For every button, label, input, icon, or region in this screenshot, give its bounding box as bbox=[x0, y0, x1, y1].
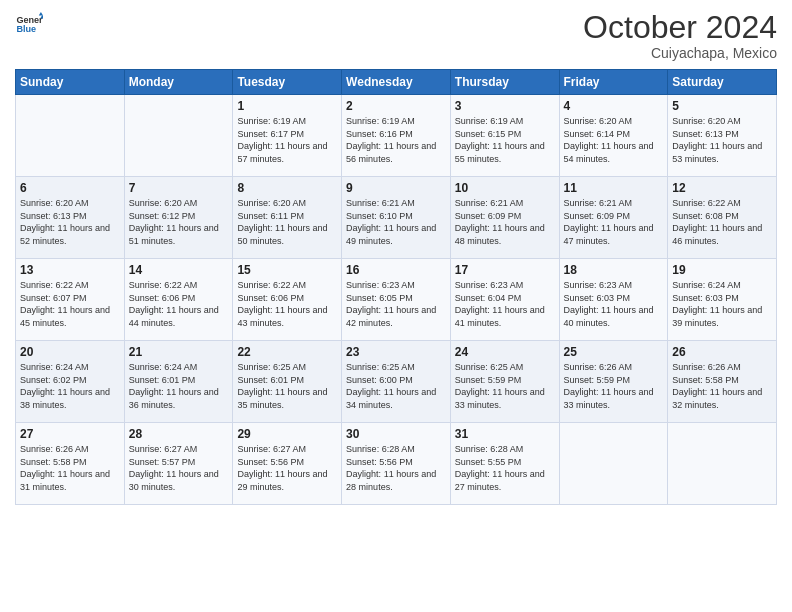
calendar-cell: 15 Sunrise: 6:22 AMSunset: 6:06 PMDaylig… bbox=[233, 259, 342, 341]
day-info: Sunrise: 6:23 AMSunset: 6:04 PMDaylight:… bbox=[455, 280, 545, 328]
day-number: 20 bbox=[20, 345, 120, 359]
calendar-cell: 16 Sunrise: 6:23 AMSunset: 6:05 PMDaylig… bbox=[342, 259, 451, 341]
weekday-thursday: Thursday bbox=[450, 70, 559, 95]
day-number: 16 bbox=[346, 263, 446, 277]
weekday-saturday: Saturday bbox=[668, 70, 777, 95]
day-number: 2 bbox=[346, 99, 446, 113]
calendar-body: 1 Sunrise: 6:19 AMSunset: 6:17 PMDayligh… bbox=[16, 95, 777, 505]
day-info: Sunrise: 6:28 AMSunset: 5:55 PMDaylight:… bbox=[455, 444, 545, 492]
day-info: Sunrise: 6:22 AMSunset: 6:06 PMDaylight:… bbox=[237, 280, 327, 328]
day-number: 15 bbox=[237, 263, 337, 277]
calendar-cell: 7 Sunrise: 6:20 AMSunset: 6:12 PMDayligh… bbox=[124, 177, 233, 259]
calendar-cell: 25 Sunrise: 6:26 AMSunset: 5:59 PMDaylig… bbox=[559, 341, 668, 423]
calendar-cell: 13 Sunrise: 6:22 AMSunset: 6:07 PMDaylig… bbox=[16, 259, 125, 341]
calendar-cell: 29 Sunrise: 6:27 AMSunset: 5:56 PMDaylig… bbox=[233, 423, 342, 505]
day-number: 25 bbox=[564, 345, 664, 359]
calendar-cell: 28 Sunrise: 6:27 AMSunset: 5:57 PMDaylig… bbox=[124, 423, 233, 505]
day-info: Sunrise: 6:28 AMSunset: 5:56 PMDaylight:… bbox=[346, 444, 436, 492]
calendar-cell: 24 Sunrise: 6:25 AMSunset: 5:59 PMDaylig… bbox=[450, 341, 559, 423]
day-info: Sunrise: 6:19 AMSunset: 6:15 PMDaylight:… bbox=[455, 116, 545, 164]
calendar-cell bbox=[124, 95, 233, 177]
calendar-cell: 1 Sunrise: 6:19 AMSunset: 6:17 PMDayligh… bbox=[233, 95, 342, 177]
day-number: 27 bbox=[20, 427, 120, 441]
day-number: 9 bbox=[346, 181, 446, 195]
calendar-cell: 31 Sunrise: 6:28 AMSunset: 5:55 PMDaylig… bbox=[450, 423, 559, 505]
week-row-5: 27 Sunrise: 6:26 AMSunset: 5:58 PMDaylig… bbox=[16, 423, 777, 505]
day-info: Sunrise: 6:22 AMSunset: 6:08 PMDaylight:… bbox=[672, 198, 762, 246]
week-row-3: 13 Sunrise: 6:22 AMSunset: 6:07 PMDaylig… bbox=[16, 259, 777, 341]
day-number: 30 bbox=[346, 427, 446, 441]
day-number: 28 bbox=[129, 427, 229, 441]
calendar-cell: 26 Sunrise: 6:26 AMSunset: 5:58 PMDaylig… bbox=[668, 341, 777, 423]
day-number: 8 bbox=[237, 181, 337, 195]
day-number: 11 bbox=[564, 181, 664, 195]
day-info: Sunrise: 6:20 AMSunset: 6:12 PMDaylight:… bbox=[129, 198, 219, 246]
month-title: October 2024 bbox=[583, 10, 777, 45]
day-number: 14 bbox=[129, 263, 229, 277]
calendar-cell: 9 Sunrise: 6:21 AMSunset: 6:10 PMDayligh… bbox=[342, 177, 451, 259]
day-info: Sunrise: 6:26 AMSunset: 5:58 PMDaylight:… bbox=[20, 444, 110, 492]
calendar-cell: 2 Sunrise: 6:19 AMSunset: 6:16 PMDayligh… bbox=[342, 95, 451, 177]
day-info: Sunrise: 6:20 AMSunset: 6:13 PMDaylight:… bbox=[672, 116, 762, 164]
title-block: October 2024 Cuiyachapa, Mexico bbox=[583, 10, 777, 61]
day-info: Sunrise: 6:26 AMSunset: 5:59 PMDaylight:… bbox=[564, 362, 654, 410]
day-info: Sunrise: 6:22 AMSunset: 6:06 PMDaylight:… bbox=[129, 280, 219, 328]
calendar-cell: 11 Sunrise: 6:21 AMSunset: 6:09 PMDaylig… bbox=[559, 177, 668, 259]
logo-icon: General Blue bbox=[15, 10, 43, 38]
day-number: 22 bbox=[237, 345, 337, 359]
calendar-cell: 30 Sunrise: 6:28 AMSunset: 5:56 PMDaylig… bbox=[342, 423, 451, 505]
day-info: Sunrise: 6:26 AMSunset: 5:58 PMDaylight:… bbox=[672, 362, 762, 410]
calendar-cell: 8 Sunrise: 6:20 AMSunset: 6:11 PMDayligh… bbox=[233, 177, 342, 259]
day-info: Sunrise: 6:27 AMSunset: 5:56 PMDaylight:… bbox=[237, 444, 327, 492]
day-number: 21 bbox=[129, 345, 229, 359]
calendar-cell: 20 Sunrise: 6:24 AMSunset: 6:02 PMDaylig… bbox=[16, 341, 125, 423]
week-row-2: 6 Sunrise: 6:20 AMSunset: 6:13 PMDayligh… bbox=[16, 177, 777, 259]
calendar-cell: 3 Sunrise: 6:19 AMSunset: 6:15 PMDayligh… bbox=[450, 95, 559, 177]
calendar-cell bbox=[16, 95, 125, 177]
calendar-cell: 23 Sunrise: 6:25 AMSunset: 6:00 PMDaylig… bbox=[342, 341, 451, 423]
day-number: 6 bbox=[20, 181, 120, 195]
day-number: 4 bbox=[564, 99, 664, 113]
day-info: Sunrise: 6:27 AMSunset: 5:57 PMDaylight:… bbox=[129, 444, 219, 492]
calendar-cell: 18 Sunrise: 6:23 AMSunset: 6:03 PMDaylig… bbox=[559, 259, 668, 341]
logo: General Blue bbox=[15, 10, 43, 38]
day-info: Sunrise: 6:20 AMSunset: 6:13 PMDaylight:… bbox=[20, 198, 110, 246]
calendar-cell: 17 Sunrise: 6:23 AMSunset: 6:04 PMDaylig… bbox=[450, 259, 559, 341]
location: Cuiyachapa, Mexico bbox=[583, 45, 777, 61]
day-number: 23 bbox=[346, 345, 446, 359]
day-number: 1 bbox=[237, 99, 337, 113]
calendar-cell: 5 Sunrise: 6:20 AMSunset: 6:13 PMDayligh… bbox=[668, 95, 777, 177]
day-info: Sunrise: 6:20 AMSunset: 6:14 PMDaylight:… bbox=[564, 116, 654, 164]
svg-text:General: General bbox=[16, 15, 43, 25]
day-info: Sunrise: 6:21 AMSunset: 6:10 PMDaylight:… bbox=[346, 198, 436, 246]
day-info: Sunrise: 6:24 AMSunset: 6:02 PMDaylight:… bbox=[20, 362, 110, 410]
day-info: Sunrise: 6:19 AMSunset: 6:17 PMDaylight:… bbox=[237, 116, 327, 164]
day-number: 26 bbox=[672, 345, 772, 359]
day-number: 12 bbox=[672, 181, 772, 195]
calendar-cell: 10 Sunrise: 6:21 AMSunset: 6:09 PMDaylig… bbox=[450, 177, 559, 259]
header: General Blue October 2024 Cuiyachapa, Me… bbox=[15, 10, 777, 61]
weekday-wednesday: Wednesday bbox=[342, 70, 451, 95]
day-info: Sunrise: 6:20 AMSunset: 6:11 PMDaylight:… bbox=[237, 198, 327, 246]
calendar-cell: 14 Sunrise: 6:22 AMSunset: 6:06 PMDaylig… bbox=[124, 259, 233, 341]
day-info: Sunrise: 6:21 AMSunset: 6:09 PMDaylight:… bbox=[564, 198, 654, 246]
day-number: 13 bbox=[20, 263, 120, 277]
day-info: Sunrise: 6:21 AMSunset: 6:09 PMDaylight:… bbox=[455, 198, 545, 246]
day-info: Sunrise: 6:25 AMSunset: 6:00 PMDaylight:… bbox=[346, 362, 436, 410]
weekday-sunday: Sunday bbox=[16, 70, 125, 95]
calendar-cell: 21 Sunrise: 6:24 AMSunset: 6:01 PMDaylig… bbox=[124, 341, 233, 423]
day-info: Sunrise: 6:25 AMSunset: 6:01 PMDaylight:… bbox=[237, 362, 327, 410]
weekday-row: SundayMondayTuesdayWednesdayThursdayFrid… bbox=[16, 70, 777, 95]
calendar-header: SundayMondayTuesdayWednesdayThursdayFrid… bbox=[16, 70, 777, 95]
day-number: 19 bbox=[672, 263, 772, 277]
day-info: Sunrise: 6:19 AMSunset: 6:16 PMDaylight:… bbox=[346, 116, 436, 164]
day-number: 18 bbox=[564, 263, 664, 277]
day-info: Sunrise: 6:24 AMSunset: 6:03 PMDaylight:… bbox=[672, 280, 762, 328]
day-info: Sunrise: 6:22 AMSunset: 6:07 PMDaylight:… bbox=[20, 280, 110, 328]
day-number: 10 bbox=[455, 181, 555, 195]
day-number: 17 bbox=[455, 263, 555, 277]
weekday-monday: Monday bbox=[124, 70, 233, 95]
calendar-cell: 6 Sunrise: 6:20 AMSunset: 6:13 PMDayligh… bbox=[16, 177, 125, 259]
week-row-4: 20 Sunrise: 6:24 AMSunset: 6:02 PMDaylig… bbox=[16, 341, 777, 423]
day-number: 3 bbox=[455, 99, 555, 113]
